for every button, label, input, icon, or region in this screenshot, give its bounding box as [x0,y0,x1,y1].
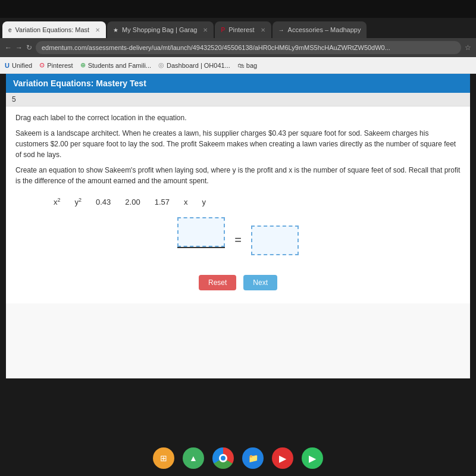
bookmark-students[interactable]: ⊕ Students and Famili... [80,61,151,69]
browser-chrome: e Variation Equations: Mast ✕ ★ My Shopp… [0,18,476,74]
bookmark-dashboard-label: Dashboard | OH041... [167,62,230,69]
tab-icon-4: → [278,27,284,33]
taskbar-icon-play[interactable]: ▶ [302,447,323,469]
question-number: 5 [6,93,470,107]
tab-icon-2: ★ [113,27,118,33]
taskbar-green-symbol: ▲ [189,453,198,463]
tab-close-1[interactable]: ✕ [95,27,100,33]
taskbar-icon-chrome[interactable] [212,447,234,469]
tab-close-2[interactable]: ✕ [203,27,208,33]
problem-paragraph1: Sakeem is a landscape architect. When he… [15,128,461,160]
drop-zone-numerator[interactable] [177,217,225,247]
taskbar-icon-files[interactable]: 📁 [242,447,264,469]
instruction-text: Drag each label to the correct location … [15,114,461,122]
bookmark-students-label: Students and Famili... [88,62,151,69]
bookmarks-bar: U Unified ⊙ Pinterest ⊕ Students and Fam… [0,57,476,74]
tab-accessories[interactable]: → Accessories – Madhappy [273,21,367,38]
bookmark-pinterest-icon: ⊙ [39,61,45,69]
refresh-icon[interactable]: ↻ [26,43,32,52]
drag-label-y2[interactable]: y2 [73,196,84,208]
bookmark-bag-label: bag [246,62,257,69]
back-icon[interactable]: ← [5,43,12,52]
taskbar-icon-launchpad[interactable]: ⊞ [153,447,174,469]
tab-label-1: Variation Equations: Mast [15,26,90,33]
bookmark-pinterest[interactable]: ⊙ Pinterest [39,61,73,69]
tab-shopping[interactable]: ★ My Shopping Bag | Garag ✕ [107,21,214,38]
drag-label-157[interactable]: 1.57 [152,196,172,208]
screen-wrap: Variation Equations: Mastery Test 5 Drag… [6,74,470,378]
forward-icon[interactable]: → [15,43,23,52]
taskbar-files-symbol: 📁 [248,453,258,463]
drag-label-x2[interactable]: x2 [51,196,63,208]
bezel-top [0,0,476,18]
page-content: 5 Drag each label to the correct locatio… [6,93,470,378]
tab-label-4: Accessories – Madhappy [288,26,361,33]
url-input[interactable] [36,41,461,54]
button-area: Reset Next [15,275,461,290]
bookmark-dashboard-icon: ◎ [158,61,164,69]
bookmark-unified[interactable]: U Unified [5,62,32,69]
bookmark-dashboard[interactable]: ◎ Dashboard | OH041... [158,61,230,69]
page-header: Variation Equations: Mastery Test [6,74,470,93]
taskbar: ⊞ ▲ 📁 ▶ ▶ [0,440,476,476]
answer-line [177,247,225,248]
drag-label-200[interactable]: 2.00 [123,196,142,208]
question-number-text: 5 [12,95,16,104]
bookmark-unified-label: Unified [12,62,32,69]
tab-label-3: Pinterest [228,26,254,33]
tab-icon-1: e [8,27,12,33]
drop-zone-right[interactable] [251,226,299,255]
drag-label-y[interactable]: y [199,196,208,208]
taskbar-icon-youtube[interactable]: ▶ [272,447,293,469]
bookmark-pinterest-label: Pinterest [47,62,73,69]
page-title: Variation Equations: Mastery Test [13,79,146,88]
bookmark-students-icon: ⊕ [80,61,86,69]
drag-label-043[interactable]: 0.43 [93,196,113,208]
equation-area: = [15,217,461,263]
tab-icon-3: P [221,27,225,33]
bookmark-star-icon[interactable]: ☆ [465,43,471,52]
address-bar: ← → ↻ ☆ [0,38,476,57]
tab-pinterest[interactable]: P Pinterest ✕ [215,21,271,38]
reset-button[interactable]: Reset [199,275,236,290]
taskbar-launchpad-symbol: ⊞ [160,453,167,463]
drag-labels-container: x2 y2 0.43 2.00 1.57 x y [51,196,461,208]
taskbar-play-symbol: ▶ [309,453,316,464]
drag-label-x[interactable]: x [181,196,190,208]
taskbar-icon-green[interactable]: ▲ [183,447,204,469]
question-body: Drag each label to the correct location … [6,107,470,303]
next-button[interactable]: Next [243,275,277,290]
bookmark-bag-icon: 🛍 [237,62,244,69]
bookmark-bag[interactable]: 🛍 bag [237,62,257,69]
tab-bar: e Variation Equations: Mast ✕ ★ My Shopp… [0,18,476,38]
tab-label-2: My Shopping Bag | Garag [122,26,197,33]
problem-paragraph2: Create an equation to show Sakeem's prof… [15,165,461,186]
taskbar-youtube-symbol: ▶ [279,453,286,464]
equals-sign: = [234,233,242,247]
tab-close-3[interactable]: ✕ [261,27,265,33]
tab-variation-equations[interactable]: e Variation Equations: Mast ✕ [2,21,106,38]
bookmark-unified-icon: U [5,62,10,69]
